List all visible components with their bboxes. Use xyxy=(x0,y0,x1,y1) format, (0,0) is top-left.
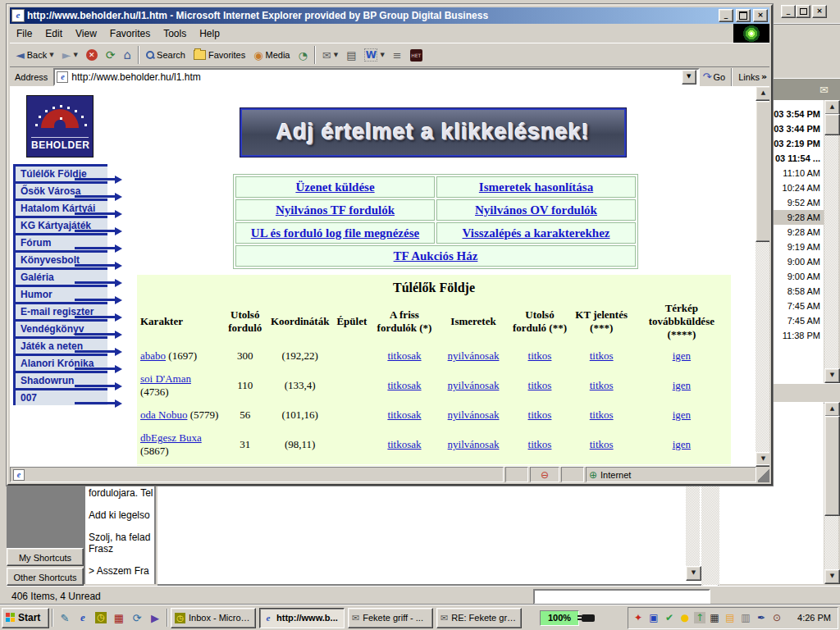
kt-report-link[interactable]: titkos xyxy=(590,409,614,421)
sidebar-item-alanori-kronika[interactable]: Alanori Krónika xyxy=(13,354,107,371)
favorites-button[interactable]: Favorites xyxy=(189,48,249,62)
map-forward-link[interactable]: igen xyxy=(673,409,691,421)
map-forward-link[interactable]: igen xyxy=(673,438,691,450)
message-received-time[interactable]: 03 3:44 PM xyxy=(769,121,824,136)
go-button[interactable]: ↷ Go xyxy=(703,71,726,83)
search-button[interactable]: Search xyxy=(142,48,189,62)
message-received-time[interactable]: 7:45 AM xyxy=(769,313,824,328)
link-tf-aukcios-haz[interactable]: TF Aukciós Ház xyxy=(394,249,478,262)
quicklaunch-media-player-icon[interactable]: ▶ xyxy=(146,609,164,627)
quicklaunch-outlook-icon[interactable]: ◷ xyxy=(92,609,110,627)
address-input[interactable]: e http://www.beholder.hu/l1.htm ▼ xyxy=(53,68,699,86)
last-turn-link[interactable]: titkos xyxy=(528,438,552,450)
custom-tool-button[interactable]: HET xyxy=(406,48,427,63)
sidebar-item-kg-kartyajatek[interactable]: KG Kártyajáték xyxy=(13,216,107,233)
message-received-time[interactable]: 03 2:19 PM xyxy=(769,136,824,151)
media-button[interactable]: ◉ Media xyxy=(249,48,294,63)
message-received-time[interactable]: 10:24 AM xyxy=(769,180,824,195)
scroll-down-icon[interactable]: ▼ xyxy=(824,569,840,584)
knowledge-link[interactable]: nyilvánosak xyxy=(448,349,500,362)
tray-icon-chat-window[interactable]: ▤ xyxy=(724,611,737,624)
sidebar-item-shadowrun[interactable]: Shadowrun xyxy=(13,371,107,388)
quicklaunch-save-icon[interactable]: ▦ xyxy=(110,609,128,627)
tray-icon-search[interactable]: ⊙ xyxy=(770,611,783,624)
privacy-indicator[interactable]: ⊖ xyxy=(530,467,559,482)
tray-icon-display[interactable]: ▦ xyxy=(708,611,721,624)
sidebar-item-forum[interactable]: Fórum xyxy=(13,233,107,250)
outlook-pane-splitter[interactable] xyxy=(769,383,840,404)
fresh-turns-link[interactable]: titkosak xyxy=(387,379,421,391)
character-link[interactable]: dbEgesz Buxa xyxy=(140,431,202,444)
tray-icon-network-update[interactable]: ↑ xyxy=(694,612,705,623)
banner-image[interactable]: Adj értelmet a klikkelésnek! xyxy=(240,108,626,157)
edit-with-word-button[interactable]: W ▼ xyxy=(360,47,388,63)
kt-report-link[interactable]: titkos xyxy=(590,438,614,450)
tray-icon-messenger[interactable]: ● xyxy=(678,611,692,624)
outlook-close-button[interactable]: × xyxy=(812,5,827,18)
character-link[interactable]: ababo xyxy=(140,349,166,362)
message-received-time[interactable]: 9:52 AM xyxy=(769,195,824,210)
forward-dropdown-icon[interactable]: ▼ xyxy=(73,52,77,58)
message-received-time[interactable]: 9:00 AM xyxy=(769,254,824,269)
beholder-logo[interactable]: BEHOLDER xyxy=(26,95,94,158)
sidebar-item-jatek-a-neten[interactable]: Játék a neten xyxy=(13,336,107,354)
address-url[interactable]: http://www.beholder.hu/l1.htm xyxy=(71,71,678,83)
fresh-turns-link[interactable]: titkosak xyxy=(387,438,421,450)
link-uzenet-kuldese[interactable]: Üzenet küldése xyxy=(295,180,374,194)
outlook-scroll-strip[interactable]: ▼ xyxy=(701,482,719,600)
sidebar-item-tulelok-foldje[interactable]: Túlélők Földje xyxy=(13,164,107,181)
page-scrollbar[interactable]: ▲ ▼ xyxy=(756,86,769,467)
menu-file[interactable]: File xyxy=(10,25,39,42)
links-toolbar[interactable]: Links » xyxy=(738,71,767,82)
sidebar-item-007[interactable]: 007 xyxy=(13,388,107,405)
sidebar-item-hatalom-kartyai[interactable]: Hatalom Kártyái xyxy=(13,199,107,216)
character-link[interactable]: soi D'Aman xyxy=(140,372,191,385)
knowledge-link[interactable]: nyilvánosak xyxy=(448,438,500,450)
last-turn-link[interactable]: titkos xyxy=(528,349,552,362)
fresh-turns-link[interactable]: titkosak xyxy=(387,409,421,421)
print-button[interactable]: ▤ xyxy=(342,48,360,63)
tray-icon-pinwheel[interactable]: ✦ xyxy=(632,611,645,624)
task-ie-beholder[interactable]: e http://www.b... xyxy=(259,608,345,628)
ie-titlebar[interactable]: e http://www.beholder.hu/l1.htm - Micros… xyxy=(10,7,769,24)
scroll-down-icon[interactable]: ▼ xyxy=(824,368,840,383)
scroll-up-icon[interactable]: ▲ xyxy=(824,402,840,417)
quicklaunch-note-icon[interactable]: ✎ xyxy=(56,609,74,627)
back-dropdown-icon[interactable]: ▼ xyxy=(49,52,53,58)
back-button[interactable]: ◄ Back ▼ xyxy=(11,47,58,63)
scroll-up-icon[interactable]: ▲ xyxy=(824,100,840,115)
scroll-up-icon[interactable]: ▲ xyxy=(756,86,769,101)
outlook-list-scrollbar[interactable]: ▲ ▼ xyxy=(824,100,838,383)
refresh-button[interactable]: ⟳ xyxy=(102,47,120,63)
battery-indicator[interactable]: 100% xyxy=(540,610,579,626)
edit-dropdown-icon[interactable]: ▼ xyxy=(380,52,384,58)
sidebar-item-vendegkonyv[interactable]: Vendégkönyv xyxy=(13,319,107,336)
sidebar-item-email-regiszter[interactable]: E-mail regiszter xyxy=(13,302,107,319)
sidebar-item-konyvesbolt[interactable]: Könyvesbolt xyxy=(13,250,107,267)
outlook-minimize-button[interactable]: _ xyxy=(781,5,796,18)
scroll-down-icon[interactable]: ▼ xyxy=(686,566,701,581)
menu-edit[interactable]: Edit xyxy=(39,25,69,42)
tray-icon-printer[interactable]: ▥ xyxy=(739,611,752,624)
last-turn-link[interactable]: titkos xyxy=(528,409,552,421)
quicklaunch-ie-icon[interactable]: e xyxy=(74,609,92,627)
character-link[interactable]: oda Nobuo xyxy=(140,409,187,421)
message-received-time-selected[interactable]: 9:28 AM xyxy=(769,210,824,225)
tray-icon-app-blue[interactable]: ▣ xyxy=(647,611,660,624)
outlook-message-list[interactable]: 03 3:54 PM 03 3:44 PM 03 2:19 PM 03 11:5… xyxy=(769,100,824,383)
sidebar-item-humor[interactable]: Humor xyxy=(13,285,107,302)
sidebar-item-osok-varosa[interactable]: Ősök Városa xyxy=(13,181,107,199)
fresh-turns-link[interactable]: titkosak xyxy=(387,349,421,362)
message-received-time[interactable]: 9:19 AM xyxy=(769,240,824,254)
kt-report-link[interactable]: titkos xyxy=(590,349,614,362)
kt-report-link[interactable]: titkos xyxy=(590,379,614,391)
link-log-file-megnezese[interactable]: UL és forduló log file megnézése xyxy=(251,226,419,240)
my-shortcuts-button[interactable]: My Shortcuts xyxy=(7,548,84,566)
maximize-button[interactable] xyxy=(736,9,751,22)
message-received-time[interactable]: 11:10 AM xyxy=(769,166,824,180)
last-turn-link[interactable]: titkos xyxy=(528,379,552,391)
resize-grip[interactable] xyxy=(758,467,769,482)
message-received-time[interactable]: 03 3:54 PM xyxy=(769,107,824,121)
mail-dropdown-icon[interactable]: ▼ xyxy=(334,52,338,58)
history-button[interactable]: ◔ xyxy=(294,48,312,63)
